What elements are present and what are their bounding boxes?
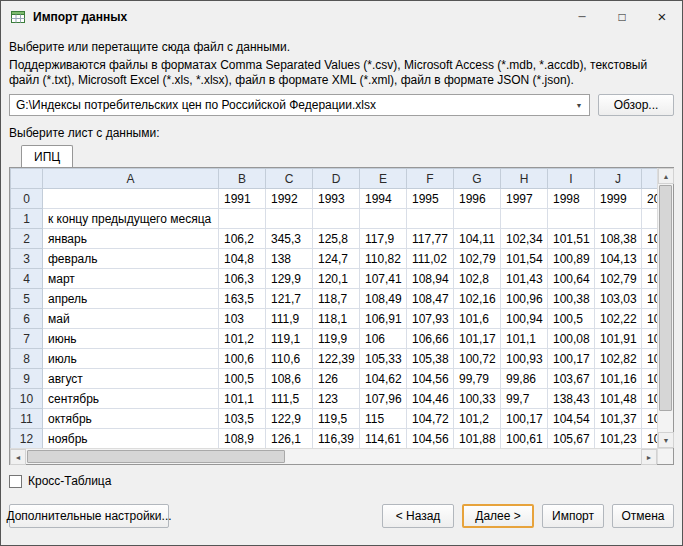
grid-cell[interactable]: 104,72 xyxy=(407,409,454,429)
grid-cell[interactable]: к концу предыдущего месяца xyxy=(43,209,219,229)
grid-cell[interactable]: 105,67 xyxy=(548,429,595,449)
grid-cell[interactable]: 1991 xyxy=(219,189,266,209)
grid-cell[interactable]: май xyxy=(43,309,219,329)
grid-cell[interactable] xyxy=(407,209,454,229)
grid-cell[interactable]: 102,79 xyxy=(454,249,501,269)
row-header[interactable]: 11 xyxy=(11,409,43,429)
grid-cell[interactable]: 101,1 xyxy=(219,389,266,409)
grid-cell[interactable]: 103 xyxy=(219,309,266,329)
grid-cell[interactable]: 101,1 xyxy=(501,329,548,349)
grid-cell[interactable]: 103,03 xyxy=(595,289,642,309)
vertical-scrollbar[interactable]: ▲ ▼ xyxy=(657,168,673,448)
grid-cell[interactable]: 100,89 xyxy=(548,249,595,269)
grid-cell[interactable]: 108,38 xyxy=(595,229,642,249)
grid-cell[interactable]: 104,8 xyxy=(219,249,266,269)
grid-cell[interactable]: 106,3 xyxy=(219,269,266,289)
horizontal-scrollbar[interactable]: ◄ ► xyxy=(10,448,657,464)
grid-cell[interactable]: 107,93 xyxy=(407,309,454,329)
cross-table-checkbox[interactable] xyxy=(9,475,22,488)
grid-cell[interactable]: 111,9 xyxy=(266,309,313,329)
grid-cell[interactable]: 117,77 xyxy=(407,229,454,249)
grid-cell[interactable]: 100,96 xyxy=(501,289,548,309)
grid-cell[interactable]: 111,02 xyxy=(407,249,454,269)
cancel-button[interactable]: Отмена xyxy=(612,504,674,528)
row-header[interactable]: 3 xyxy=(11,249,43,269)
grid-cell[interactable]: 200 xyxy=(642,189,658,209)
grid-cell[interactable]: 1996 xyxy=(454,189,501,209)
grid-cell[interactable]: 100,17 xyxy=(548,349,595,369)
grid-cell[interactable]: 102, xyxy=(642,229,658,249)
grid-cell[interactable]: 138,43 xyxy=(548,389,595,409)
grid-cell[interactable]: 110,82 xyxy=(360,249,407,269)
row-header[interactable]: 7 xyxy=(11,329,43,349)
grid-cell[interactable]: 102, xyxy=(642,329,658,349)
grid-cell[interactable]: 102, xyxy=(642,409,658,429)
grid-cell[interactable]: 123 xyxy=(313,389,360,409)
scroll-right-icon[interactable]: ► xyxy=(641,449,657,465)
additional-settings-button[interactable]: Дополнительные настройки... xyxy=(9,504,169,528)
grid-cell[interactable]: 102,82 xyxy=(595,349,642,369)
file-path-combobox[interactable]: G:\Индексы потребительских цен по Россий… xyxy=(9,94,590,116)
grid-cell[interactable]: 100,38 xyxy=(548,289,595,309)
grid-cell[interactable]: 118,1 xyxy=(313,309,360,329)
browse-button[interactable]: Обзор... xyxy=(598,94,674,116)
grid-cell[interactable]: 105,33 xyxy=(360,349,407,369)
grid-cell[interactable]: 125,8 xyxy=(313,229,360,249)
grid-cell[interactable]: 101,0 xyxy=(642,249,658,269)
grid-cell[interactable]: 108,94 xyxy=(407,269,454,289)
row-header[interactable]: 8 xyxy=(11,349,43,369)
row-header[interactable]: 6 xyxy=(11,309,43,329)
grid-cell[interactable]: 100, xyxy=(642,289,658,309)
grid-cell[interactable]: 117,9 xyxy=(360,229,407,249)
grid-cell[interactable]: 119,1 xyxy=(266,329,313,349)
row-header[interactable]: 9 xyxy=(11,369,43,389)
grid-cell[interactable]: 106 xyxy=(360,329,407,349)
grid-cell[interactable]: 101,2 xyxy=(454,409,501,429)
grid-cell[interactable] xyxy=(313,209,360,229)
grid-cell[interactable]: сентябрь xyxy=(43,389,219,409)
scroll-left-icon[interactable]: ◄ xyxy=(10,449,26,465)
grid-cell[interactable]: 101,91 xyxy=(595,329,642,349)
grid-cell[interactable]: 106,2 xyxy=(219,229,266,249)
next-button[interactable]: Далее > xyxy=(462,504,534,528)
grid-cell[interactable]: 126 xyxy=(313,369,360,389)
grid-cell[interactable]: июль xyxy=(43,349,219,369)
grid-cell[interactable]: 104,62 xyxy=(360,369,407,389)
grid-cell[interactable]: 102,16 xyxy=(454,289,501,309)
cross-table-label[interactable]: Кросс-Таблица xyxy=(28,474,111,488)
grid-cell[interactable]: 115 xyxy=(360,409,407,429)
import-button[interactable]: Импорт xyxy=(542,504,604,528)
grid-cell[interactable]: 163,5 xyxy=(219,289,266,309)
column-header-F[interactable]: F xyxy=(407,169,454,189)
scroll-up-icon[interactable]: ▲ xyxy=(658,168,674,184)
column-header-I[interactable]: I xyxy=(548,169,595,189)
grid-cell[interactable]: 101,37 xyxy=(595,409,642,429)
scroll-down-icon[interactable]: ▼ xyxy=(658,432,674,448)
grid-cell[interactable]: 1992 xyxy=(266,189,313,209)
grid-cell[interactable]: 1999 xyxy=(595,189,642,209)
grid-cell[interactable] xyxy=(360,209,407,229)
grid-cell[interactable]: 104,54 xyxy=(548,409,595,429)
column-header-A[interactable]: A xyxy=(43,169,219,189)
grid-cell[interactable]: 101,2 xyxy=(219,329,266,349)
grid-cell[interactable]: 103,5 xyxy=(219,409,266,429)
grid-cell[interactable]: 124,7 xyxy=(313,249,360,269)
grid-cell[interactable]: 1993 xyxy=(313,189,360,209)
grid-cell[interactable]: 100, xyxy=(642,269,658,289)
grid-cell[interactable]: 122,9 xyxy=(266,409,313,429)
row-header[interactable]: 0 xyxy=(11,189,43,209)
grid-cell[interactable]: июнь xyxy=(43,329,219,349)
grid-cell[interactable]: 101, xyxy=(642,349,658,369)
grid-cell[interactable]: 101,88 xyxy=(454,429,501,449)
grid-cell[interactable]: октябрь xyxy=(43,409,219,429)
column-header-D[interactable]: D xyxy=(313,169,360,189)
maximize-icon[interactable]: □ xyxy=(602,1,642,32)
grid-cell[interactable]: 126,1 xyxy=(266,429,313,449)
column-header-C[interactable]: C xyxy=(266,169,313,189)
row-header[interactable]: 4 xyxy=(11,269,43,289)
grid-cell[interactable]: 345,3 xyxy=(266,229,313,249)
grid-cell[interactable]: 102,8 xyxy=(454,269,501,289)
grid-cell[interactable]: 101, xyxy=(642,309,658,329)
grid-cell[interactable]: 100,93 xyxy=(501,349,548,369)
grid-cell[interactable]: 102,34 xyxy=(501,229,548,249)
